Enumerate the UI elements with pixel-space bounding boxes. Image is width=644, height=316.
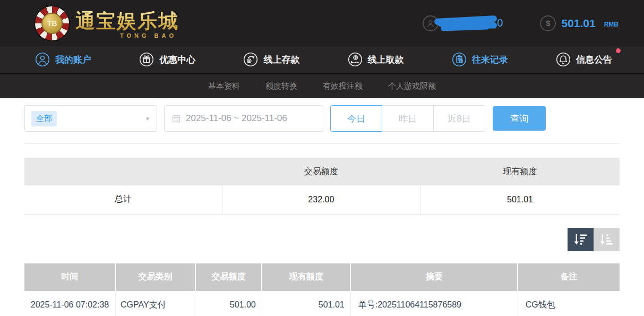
date-range-value: 2025-11-06 ~ 2025-11-06 <box>186 113 287 124</box>
records-header-row: 时间 交易类别 交易额度 现有额度 摘要 备注 <box>24 263 620 292</box>
summary-total-row: 总计 232.00 501.01 <box>24 185 620 214</box>
subnav-item-credit-transfer[interactable]: 额度转换 <box>265 81 297 91</box>
site-logo[interactable]: TB 通宝娱乐城 TONG BAO <box>35 6 179 40</box>
today-button[interactable]: 今日 <box>330 105 382 132</box>
sort-controls <box>24 228 620 251</box>
topbar-right: 0 $ 501.01 RMB <box>423 14 619 33</box>
summary-header-empty <box>24 158 222 185</box>
site-title: 通宝娱乐城 <box>75 8 179 35</box>
records-icon <box>452 52 467 67</box>
sort-descending-button[interactable] <box>568 228 594 251</box>
subnav-item-valid-bets[interactable]: 有效投注额 <box>323 81 363 91</box>
record-type: CGPAY支付 <box>116 292 195 316</box>
summary-total-label: 总计 <box>24 185 222 214</box>
balance-amount: 501.01 <box>561 17 595 30</box>
record-current-amount: 501.01 <box>262 292 350 316</box>
table-row: 2025-11-06 07:02:38 CGPAY支付 501.00 501.0… <box>24 292 620 316</box>
type-select-value: 全部 <box>31 111 57 126</box>
summary-current-amount: 501.01 <box>420 185 620 214</box>
calendar-icon <box>172 114 181 123</box>
summary-header-row: 交易额度 现有额度 <box>24 158 620 185</box>
record-remark: CG钱包 <box>518 292 620 316</box>
gift-icon <box>139 52 154 67</box>
notification-dot <box>616 48 621 53</box>
records-table: 时间 交易类别 交易额度 现有额度 摘要 备注 2025-11-06 07:02… <box>24 263 620 316</box>
chevron-down-icon: ▼ <box>145 116 150 122</box>
redacted-username-scribble <box>434 14 499 33</box>
top-header: TB 通宝娱乐城 TONG BAO 0 $ 501.01 RMB <box>0 0 644 46</box>
record-transaction-amount: 501.00 <box>195 292 262 316</box>
date-range-input[interactable]: 2025-11-06 ~ 2025-11-06 <box>164 105 323 132</box>
record-time: 2025-11-06 07:02:38 <box>24 292 116 316</box>
records-header-transaction-amount: 交易额度 <box>195 263 262 292</box>
records-header-time: 时间 <box>24 263 116 292</box>
subnav-item-basic-info[interactable]: 基本资料 <box>208 81 240 91</box>
search-button[interactable]: 查询 <box>493 106 546 131</box>
svg-text:¥: ¥ <box>248 59 251 63</box>
site-subtitle: TONG BAO <box>75 32 179 39</box>
records-header-current-amount: 现有额度 <box>262 263 350 292</box>
main-nav: 我的账户 优惠中心 ¥ 线上存款 $ <box>0 46 644 73</box>
balance-currency: RMB <box>604 21 619 28</box>
nav-item-promotions[interactable]: 优惠中心 <box>139 52 195 67</box>
records-header-remark: 备注 <box>518 263 620 292</box>
nav-item-withdraw[interactable]: $ 线上取款 <box>348 52 404 67</box>
bell-icon <box>556 52 571 67</box>
section-divider <box>24 143 620 144</box>
quick-date-buttons: 今日 昨日 近8日 <box>330 105 485 132</box>
balance-display: $ 501.01 RMB <box>540 15 619 31</box>
subnav-item-game-limits[interactable]: 个人游戏限额 <box>388 81 436 91</box>
records-header-type: 交易类别 <box>116 263 195 292</box>
account-icon <box>35 52 50 67</box>
dollar-icon: $ <box>540 15 556 31</box>
withdraw-icon: $ <box>348 52 363 67</box>
main-content: 全部 ▼ 2025-11-06 ~ 2025-11-06 今日 昨日 近8日 查 <box>0 98 644 316</box>
type-select[interactable]: 全部 ▼ <box>24 105 157 132</box>
summary-table: 交易额度 现有额度 总计 232.00 501.01 <box>24 158 620 215</box>
last-8-days-button[interactable]: 近8日 <box>433 105 485 132</box>
deposit-icon: ¥ <box>243 52 258 67</box>
poker-chip-center: TB <box>41 13 63 34</box>
filter-row: 全部 ▼ 2025-11-06 ~ 2025-11-06 今日 昨日 近8日 查 <box>24 105 620 132</box>
records-header-summary: 摘要 <box>350 263 518 292</box>
svg-text:$: $ <box>355 56 357 59</box>
nav-item-transaction-records[interactable]: 往来记录 <box>452 52 508 67</box>
yesterday-button[interactable]: 昨日 <box>382 105 434 132</box>
nav-item-deposit[interactable]: ¥ 线上存款 <box>243 52 299 67</box>
nav-item-announcements[interactable]: 信息公告 <box>556 52 612 67</box>
sort-ascending-button[interactable] <box>594 228 620 251</box>
sub-nav: 基本资料 额度转换 有效投注额 个人游戏限额 <box>0 73 644 98</box>
poker-chip-icon: TB <box>35 6 69 40</box>
record-summary: 单号:202511064115876589 <box>350 292 518 316</box>
logo-text: 通宝娱乐城 TONG BAO <box>75 8 179 39</box>
nav-item-my-account[interactable]: 我的账户 <box>35 52 91 67</box>
summary-transaction-amount: 232.00 <box>222 185 420 214</box>
username-display: 0 <box>423 14 503 33</box>
summary-header-transaction-amount: 交易额度 <box>222 158 420 185</box>
summary-header-current-amount: 现有额度 <box>420 158 620 185</box>
